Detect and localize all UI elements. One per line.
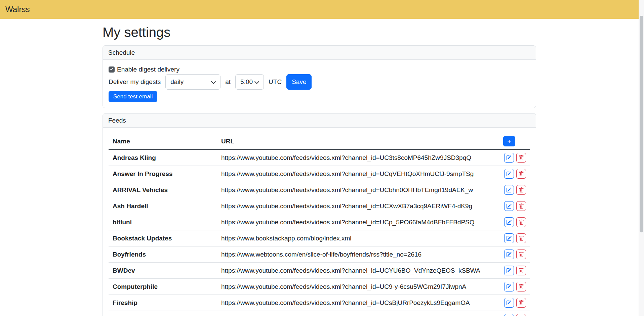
- feed-row: Fireship https://www.youtube.com/feeds/v…: [109, 295, 530, 311]
- delete-feed-button[interactable]: [516, 298, 526, 308]
- feed-row: Boyfriends https://www.webtoons.com/en/s…: [109, 246, 530, 263]
- feed-url: https://www.youtube.com/feeds/videos.xml…: [217, 279, 499, 295]
- main-content: My settings Schedule Enable digest deliv…: [103, 24, 536, 316]
- edit-feed-button[interactable]: [504, 298, 514, 308]
- edit-feed-button[interactable]: [504, 314, 514, 316]
- feed-name: Ash Hardell: [109, 198, 217, 214]
- delete-feed-button[interactable]: [516, 233, 526, 243]
- trash-icon: [519, 236, 524, 241]
- edit-feed-button[interactable]: [504, 282, 514, 291]
- feed-row: ARRIVAL Vehicles https://www.youtube.com…: [109, 182, 530, 198]
- trash-icon: [519, 155, 524, 161]
- feed-url: https://www.youtube.com/feeds/videos.xml…: [217, 198, 499, 214]
- send-test-email-button[interactable]: Send test email: [109, 91, 157, 102]
- feed-name: Computerphile: [109, 279, 217, 295]
- feed-row: BWDev https://www.youtube.com/feeds/vide…: [109, 263, 530, 279]
- at-label: at: [225, 78, 231, 86]
- feed-row: bitluni https://www.youtube.com/feeds/vi…: [109, 214, 530, 230]
- feed-url: https://www.youtube.com/feeds/videos.xml…: [217, 263, 499, 279]
- frequency-select-value: daily: [170, 78, 184, 86]
- trash-icon: [519, 268, 524, 273]
- page: Walrss My settings Schedule Enable diges…: [0, 0, 639, 316]
- delete-feed-button[interactable]: [516, 217, 526, 227]
- add-feed-button[interactable]: +: [503, 136, 515, 146]
- feed-url: https://www.youtube.com/feeds/videos.xml…: [217, 149, 499, 166]
- feed-name: bitluni: [109, 214, 217, 230]
- edit-feed-button[interactable]: [504, 185, 514, 195]
- trash-icon: [519, 220, 524, 225]
- feed-url: https://www.bookstackapp.com/blog/index.…: [217, 230, 499, 246]
- check-icon: [110, 67, 114, 72]
- save-button[interactable]: Save: [286, 74, 312, 90]
- enable-digest-label[interactable]: Enable digest delivery: [117, 66, 179, 73]
- feed-name: Bookstack Updates: [109, 230, 217, 246]
- vertical-scrollbar-track[interactable]: [639, 0, 644, 316]
- feeds-card-header: Feeds: [103, 114, 536, 128]
- edit-feed-button[interactable]: [504, 201, 514, 211]
- delete-feed-button[interactable]: [516, 169, 526, 179]
- frequency-select[interactable]: daily: [165, 74, 220, 90]
- feed-url: https://changelog.com/gotime/feed: [217, 311, 499, 316]
- feed-name: BWDev: [109, 263, 217, 279]
- pencil-square-icon: [506, 187, 512, 193]
- feed-row: Bookstack Updates https://www.bookstacka…: [109, 230, 530, 246]
- schedule-card-header: Schedule: [103, 46, 536, 60]
- delete-feed-button[interactable]: [516, 153, 526, 163]
- feed-row: Go Time https://changelog.com/gotime/fee…: [109, 311, 530, 316]
- feed-row: Computerphile https://www.youtube.com/fe…: [109, 279, 530, 295]
- deliver-digests-label: Deliver my digests: [109, 78, 161, 86]
- trash-icon: [519, 252, 524, 257]
- trash-icon: [519, 300, 524, 306]
- feed-url: https://www.youtube.com/feeds/videos.xml…: [217, 166, 499, 182]
- timezone-label: UTC: [269, 78, 282, 86]
- feed-url: https://www.youtube.com/feeds/videos.xml…: [217, 214, 499, 230]
- feed-row: Andreas Kling https://www.youtube.com/fe…: [109, 149, 530, 166]
- vertical-scrollbar-thumb[interactable]: [640, 16, 643, 232]
- feed-name: Fireship: [109, 295, 217, 311]
- schedule-card: Schedule Enable digest delivery Deliver …: [103, 45, 536, 108]
- navbar-brand[interactable]: Walrss: [5, 5, 30, 13]
- column-header-name: Name: [109, 133, 217, 149]
- delete-feed-button[interactable]: [516, 185, 526, 195]
- column-header-url: URL: [217, 133, 499, 149]
- feeds-card-body: Name URL + Andreas Kling https://www.you…: [103, 128, 536, 316]
- edit-feed-button[interactable]: [504, 266, 514, 275]
- pencil-square-icon: [506, 155, 512, 161]
- pencil-square-icon: [506, 284, 512, 289]
- edit-feed-button[interactable]: [504, 233, 514, 243]
- delete-feed-button[interactable]: [516, 201, 526, 211]
- feed-row: Answer In Progress https://www.youtube.c…: [109, 166, 530, 182]
- feeds-table-body: Andreas Kling https://www.youtube.com/fe…: [109, 149, 530, 316]
- feed-row: Ash Hardell https://www.youtube.com/feed…: [109, 198, 530, 214]
- feed-url: https://www.youtube.com/feeds/videos.xml…: [217, 182, 499, 198]
- pencil-square-icon: [506, 236, 512, 241]
- delete-feed-button[interactable]: [516, 266, 526, 275]
- feed-url: https://www.youtube.com/feeds/videos.xml…: [217, 295, 499, 311]
- trash-icon: [519, 204, 524, 209]
- time-select[interactable]: 5:00: [235, 74, 264, 90]
- enable-digest-checkbox[interactable]: [109, 66, 115, 73]
- edit-feed-button[interactable]: [504, 169, 514, 179]
- pencil-square-icon: [506, 300, 512, 306]
- delete-feed-button[interactable]: [516, 250, 526, 259]
- feed-name: Answer In Progress: [109, 166, 217, 182]
- pencil-square-icon: [506, 204, 512, 209]
- delete-feed-button[interactable]: [516, 314, 526, 316]
- feed-name: Boyfriends: [109, 246, 217, 263]
- delete-feed-button[interactable]: [516, 282, 526, 291]
- enable-digest-row: Enable digest delivery: [109, 65, 530, 74]
- edit-feed-button[interactable]: [504, 217, 514, 227]
- pencil-square-icon: [506, 268, 512, 273]
- edit-feed-button[interactable]: [504, 153, 514, 163]
- trash-icon: [519, 284, 524, 289]
- delivery-controls-row: Deliver my digests daily at 5:00 UTC Sav…: [109, 74, 530, 90]
- edit-feed-button[interactable]: [504, 250, 514, 259]
- time-select-value: 5:00: [240, 78, 253, 86]
- feed-name: Go Time: [109, 311, 217, 316]
- feed-name: Andreas Kling: [109, 149, 217, 166]
- trash-icon: [519, 171, 524, 177]
- trash-icon: [519, 187, 524, 193]
- feeds-card: Feeds Name URL + Andreas Kling https://w: [103, 113, 536, 316]
- feeds-table-header-row: Name URL +: [109, 133, 530, 149]
- feed-name: ARRIVAL Vehicles: [109, 182, 217, 198]
